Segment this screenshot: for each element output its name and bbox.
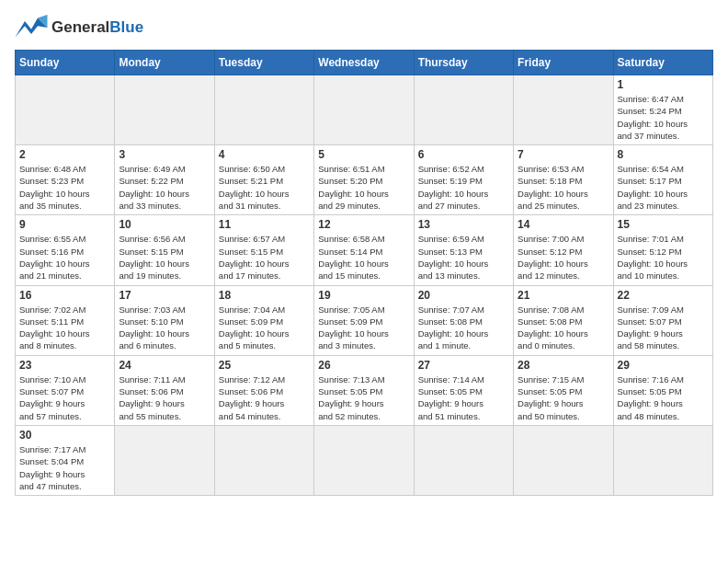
day-number: 10 <box>119 218 210 231</box>
calendar-cell: 21Sunrise: 7:08 AM Sunset: 5:08 PM Dayli… <box>514 285 613 355</box>
day-info: Sunrise: 7:12 AM Sunset: 5:06 PM Dayligh… <box>219 373 310 422</box>
weekday-header: Tuesday <box>214 51 313 75</box>
calendar-cell <box>115 75 214 145</box>
calendar-cell <box>16 75 115 145</box>
day-info: Sunrise: 7:02 AM Sunset: 5:11 PM Dayligh… <box>19 304 110 352</box>
day-info: Sunrise: 7:13 AM Sunset: 5:05 PM Dayligh… <box>318 373 409 422</box>
day-info: Sunrise: 7:07 AM Sunset: 5:08 PM Dayligh… <box>418 304 509 352</box>
day-info: Sunrise: 6:59 AM Sunset: 5:13 PM Dayligh… <box>418 233 509 282</box>
calendar-week-row: 9Sunrise: 6:55 AM Sunset: 5:16 PM Daylig… <box>16 215 713 285</box>
day-number: 19 <box>318 289 409 302</box>
calendar-cell: 18Sunrise: 7:04 AM Sunset: 5:09 PM Dayli… <box>214 285 313 355</box>
day-number: 29 <box>618 359 709 372</box>
calendar-cell: 23Sunrise: 7:10 AM Sunset: 5:07 PM Dayli… <box>16 355 115 425</box>
day-number: 7 <box>518 148 609 161</box>
calendar-cell: 6Sunrise: 6:52 AM Sunset: 5:19 PM Daylig… <box>414 145 513 215</box>
calendar-cell: 26Sunrise: 7:13 AM Sunset: 5:05 PM Dayli… <box>314 355 414 425</box>
day-number: 12 <box>318 218 409 231</box>
calendar-week-row: 2Sunrise: 6:48 AM Sunset: 5:23 PM Daylig… <box>16 145 713 215</box>
weekday-header: Monday <box>115 51 214 75</box>
calendar-table: SundayMondayTuesdayWednesdayThursdayFrid… <box>15 50 713 496</box>
calendar-cell <box>514 425 613 495</box>
calendar-cell <box>514 75 613 145</box>
day-info: Sunrise: 6:51 AM Sunset: 5:20 PM Dayligh… <box>318 163 409 212</box>
day-number: 21 <box>518 289 609 302</box>
calendar-cell <box>115 425 214 495</box>
calendar-cell: 22Sunrise: 7:09 AM Sunset: 5:07 PM Dayli… <box>613 285 712 355</box>
calendar-cell: 11Sunrise: 6:57 AM Sunset: 5:15 PM Dayli… <box>214 215 313 285</box>
day-info: Sunrise: 7:10 AM Sunset: 5:07 PM Dayligh… <box>19 373 110 422</box>
day-info: Sunrise: 6:55 AM Sunset: 5:16 PM Dayligh… <box>19 233 110 282</box>
calendar-cell: 8Sunrise: 6:54 AM Sunset: 5:17 PM Daylig… <box>613 145 712 215</box>
calendar-cell <box>314 75 414 145</box>
weekday-header: Wednesday <box>314 51 414 75</box>
day-number: 11 <box>219 218 310 231</box>
day-number: 5 <box>318 148 409 161</box>
day-number: 30 <box>19 429 110 442</box>
day-info: Sunrise: 7:16 AM Sunset: 5:05 PM Dayligh… <box>618 373 709 422</box>
day-number: 3 <box>119 148 210 161</box>
day-number: 28 <box>518 359 609 372</box>
calendar-cell: 28Sunrise: 7:15 AM Sunset: 5:05 PM Dayli… <box>514 355 613 425</box>
day-info: Sunrise: 6:50 AM Sunset: 5:21 PM Dayligh… <box>219 163 310 212</box>
day-number: 22 <box>618 289 709 302</box>
calendar-cell <box>414 75 513 145</box>
day-info: Sunrise: 7:11 AM Sunset: 5:06 PM Dayligh… <box>119 373 210 422</box>
calendar-week-row: 30Sunrise: 7:17 AM Sunset: 5:04 PM Dayli… <box>16 425 713 495</box>
day-info: Sunrise: 6:57 AM Sunset: 5:15 PM Dayligh… <box>219 233 310 282</box>
calendar-cell <box>414 425 513 495</box>
day-number: 20 <box>418 289 509 302</box>
day-info: Sunrise: 7:04 AM Sunset: 5:09 PM Dayligh… <box>219 304 310 352</box>
calendar-cell: 24Sunrise: 7:11 AM Sunset: 5:06 PM Dayli… <box>115 355 214 425</box>
calendar-cell: 4Sunrise: 6:50 AM Sunset: 5:21 PM Daylig… <box>214 145 313 215</box>
calendar-cell: 14Sunrise: 7:00 AM Sunset: 5:12 PM Dayli… <box>514 215 613 285</box>
day-info: Sunrise: 7:03 AM Sunset: 5:10 PM Dayligh… <box>119 304 210 352</box>
logo-icon <box>15 15 48 40</box>
header: GeneralBlue <box>15 15 713 40</box>
day-number: 6 <box>418 148 509 161</box>
day-number: 24 <box>119 359 210 372</box>
calendar-cell: 2Sunrise: 6:48 AM Sunset: 5:23 PM Daylig… <box>16 145 115 215</box>
day-info: Sunrise: 6:49 AM Sunset: 5:22 PM Dayligh… <box>119 163 210 212</box>
weekday-header: Thursday <box>414 51 513 75</box>
day-number: 13 <box>418 218 509 231</box>
day-info: Sunrise: 6:53 AM Sunset: 5:18 PM Dayligh… <box>518 163 609 212</box>
calendar-cell: 29Sunrise: 7:16 AM Sunset: 5:05 PM Dayli… <box>613 355 712 425</box>
day-info: Sunrise: 6:58 AM Sunset: 5:14 PM Dayligh… <box>318 233 409 282</box>
day-info: Sunrise: 7:17 AM Sunset: 5:04 PM Dayligh… <box>19 443 110 492</box>
calendar-cell: 7Sunrise: 6:53 AM Sunset: 5:18 PM Daylig… <box>514 145 613 215</box>
day-info: Sunrise: 6:48 AM Sunset: 5:23 PM Dayligh… <box>19 163 110 212</box>
day-info: Sunrise: 7:00 AM Sunset: 5:12 PM Dayligh… <box>518 233 609 282</box>
logo: GeneralBlue <box>15 15 143 40</box>
day-number: 1 <box>618 78 709 91</box>
day-info: Sunrise: 6:47 AM Sunset: 5:24 PM Dayligh… <box>618 93 709 142</box>
day-info: Sunrise: 7:14 AM Sunset: 5:05 PM Dayligh… <box>418 373 509 422</box>
day-info: Sunrise: 6:56 AM Sunset: 5:15 PM Dayligh… <box>119 233 210 282</box>
logo-text: GeneralBlue <box>51 18 143 37</box>
calendar-cell: 12Sunrise: 6:58 AM Sunset: 5:14 PM Dayli… <box>314 215 414 285</box>
day-number: 9 <box>19 218 110 231</box>
weekday-row: SundayMondayTuesdayWednesdayThursdayFrid… <box>16 51 713 75</box>
day-info: Sunrise: 7:09 AM Sunset: 5:07 PM Dayligh… <box>618 304 709 352</box>
calendar-week-row: 16Sunrise: 7:02 AM Sunset: 5:11 PM Dayli… <box>16 285 713 355</box>
calendar-header: SundayMondayTuesdayWednesdayThursdayFrid… <box>16 51 713 75</box>
day-number: 17 <box>119 289 210 302</box>
day-number: 27 <box>418 359 509 372</box>
day-number: 8 <box>618 148 709 161</box>
calendar-cell: 25Sunrise: 7:12 AM Sunset: 5:06 PM Dayli… <box>214 355 313 425</box>
day-number: 26 <box>318 359 409 372</box>
calendar-cell: 5Sunrise: 6:51 AM Sunset: 5:20 PM Daylig… <box>314 145 414 215</box>
day-number: 25 <box>219 359 310 372</box>
day-number: 15 <box>618 218 709 231</box>
calendar-week-row: 23Sunrise: 7:10 AM Sunset: 5:07 PM Dayli… <box>16 355 713 425</box>
calendar-cell <box>613 425 712 495</box>
day-number: 2 <box>19 148 110 161</box>
calendar-cell: 15Sunrise: 7:01 AM Sunset: 5:12 PM Dayli… <box>613 215 712 285</box>
calendar-cell: 13Sunrise: 6:59 AM Sunset: 5:13 PM Dayli… <box>414 215 513 285</box>
calendar-cell: 17Sunrise: 7:03 AM Sunset: 5:10 PM Dayli… <box>115 285 214 355</box>
weekday-header: Sunday <box>16 51 115 75</box>
calendar-cell: 27Sunrise: 7:14 AM Sunset: 5:05 PM Dayli… <box>414 355 513 425</box>
calendar-cell: 1Sunrise: 6:47 AM Sunset: 5:24 PM Daylig… <box>613 75 712 145</box>
day-number: 16 <box>19 289 110 302</box>
calendar-cell: 16Sunrise: 7:02 AM Sunset: 5:11 PM Dayli… <box>16 285 115 355</box>
